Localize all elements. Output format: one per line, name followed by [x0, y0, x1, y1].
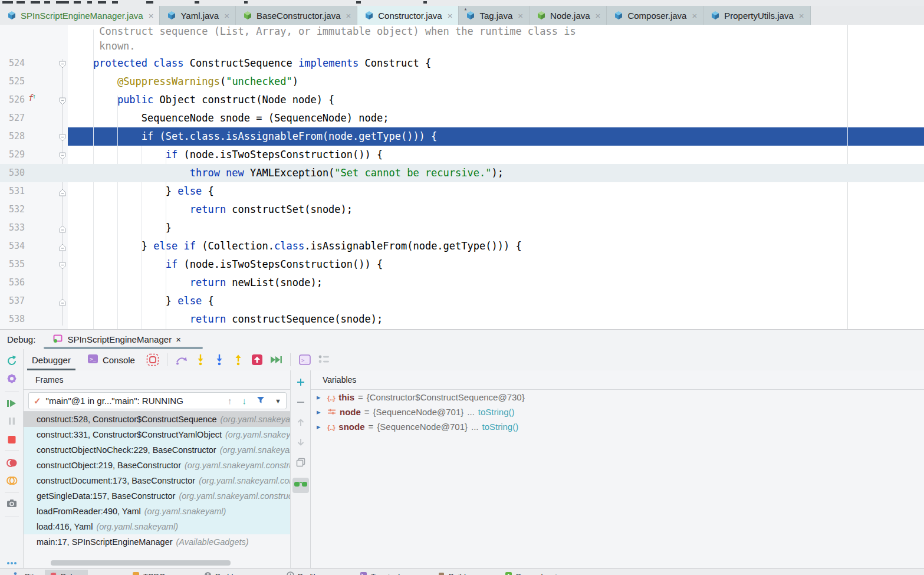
editor-tab-baseconstructor-java[interactable]: BaseConstructor.java×: [236, 6, 357, 25]
thread-selector[interactable]: ✓ "main"@1 in gr..."main": RUNNING ↑ ↓ ▼: [28, 392, 287, 409]
expand-chevron-icon[interactable]: ▸: [317, 393, 324, 402]
stack-frame[interactable]: getSingleData:157, BaseConstructor(org.y…: [24, 488, 290, 504]
dropdown-chevron-icon[interactable]: ▼: [275, 397, 281, 405]
stack-frame[interactable]: load:416, Yaml(org.yaml.snakeyaml): [24, 519, 290, 534]
close-icon[interactable]: ×: [176, 334, 181, 344]
close-icon[interactable]: ×: [346, 11, 351, 21]
layout-settings-icon[interactable]: [316, 352, 331, 367]
show-watches-icon[interactable]: [292, 478, 309, 493]
debug-tab-debugger[interactable]: Debugger: [24, 349, 79, 370]
stack-frame[interactable]: construct:528, Constructor$ConstructSequ…: [24, 412, 290, 427]
move-down-icon[interactable]: [296, 438, 305, 449]
step-over-icon[interactable]: [174, 352, 189, 367]
code-line-532[interactable]: 532 return constructSet(snode);: [0, 201, 924, 219]
step-out-icon[interactable]: [231, 352, 246, 367]
stack-frame[interactable]: loadFromReader:490, Yaml(org.yaml.snakey…: [24, 504, 290, 519]
variable-row-this[interactable]: ▸{..}this={Constructor$ConstructSequence…: [311, 390, 924, 405]
editor-tab-node-java[interactable]: Node.java×: [530, 6, 607, 25]
code-line-533[interactable]: 533 }: [0, 219, 924, 237]
code-line-527[interactable]: 527 SequenceNode snode = (SequenceNode) …: [0, 109, 924, 127]
tool-window-button-git[interactable]: Git: [8, 570, 39, 575]
fold-down-icon[interactable]: [59, 96, 66, 104]
expand-chevron-icon[interactable]: ▸: [317, 408, 324, 416]
overrides-method-icon[interactable]: f↑: [28, 93, 37, 103]
frames-horizontal-scrollbar[interactable]: [51, 560, 231, 566]
stack-frame[interactable]: constructObject:219, BaseConstructor(org…: [24, 458, 290, 473]
code-line-536[interactable]: 536 return newList(snode);: [0, 274, 924, 292]
close-icon[interactable]: ×: [692, 11, 697, 21]
editor-tab-spinscriptenginemanager-java[interactable]: SPInScriptEngineManager.java×: [0, 6, 160, 25]
close-icon[interactable]: ×: [799, 11, 804, 21]
fold-up-icon[interactable]: [59, 242, 66, 250]
close-icon[interactable]: ×: [518, 11, 523, 21]
code-line-525[interactable]: 525 @SuppressWarnings("unchecked"): [0, 73, 924, 91]
tool-window-button-profiler[interactable]: Profiler: [282, 570, 327, 575]
thread-dump-icon[interactable]: [6, 499, 17, 510]
tostring-link[interactable]: toString(): [478, 407, 515, 417]
view-breakpoints-icon[interactable]: [6, 458, 18, 471]
variable-row-node[interactable]: ▸node={SequenceNode@701}...toString(): [311, 405, 924, 419]
tool-window-button-debug[interactable]: Debug: [45, 570, 88, 575]
stop-icon[interactable]: [7, 435, 16, 446]
code-line-526[interactable]: 526f↑ public Object construct(Node node)…: [0, 91, 924, 109]
editor-tab-yaml-java[interactable]: Yaml.java×: [160, 6, 236, 25]
stack-frame[interactable]: construct:331, Constructor$ConstructYaml…: [24, 427, 290, 442]
expand-chevron-icon[interactable]: ▸: [317, 422, 324, 431]
stack-frame[interactable]: constructObjectNoCheck:229, BaseConstruc…: [24, 442, 290, 458]
run-to-cursor-icon[interactable]: [268, 352, 284, 367]
fold-down-icon[interactable]: [59, 151, 66, 159]
add-watch-icon[interactable]: [296, 377, 305, 389]
mute-breakpoints-icon[interactable]: [145, 352, 160, 367]
tostring-link[interactable]: toString(): [482, 422, 519, 432]
fold-down-icon[interactable]: [59, 261, 66, 268]
up-arrow-icon[interactable]: ↑: [228, 396, 232, 406]
muted-breakpoints-icon[interactable]: [6, 475, 18, 488]
down-arrow-icon[interactable]: ↓: [242, 396, 247, 406]
copy-icon[interactable]: [296, 458, 305, 469]
evaluate-expression-icon[interactable]: >_: [297, 352, 313, 367]
editor-tab-composer-java[interactable]: Composer.java×: [607, 6, 703, 25]
force-step-into-icon[interactable]: [212, 352, 227, 367]
code-line-531[interactable]: 531 } else {: [0, 182, 924, 201]
code-line-537[interactable]: 537 } else {: [0, 292, 924, 310]
stack-frame[interactable]: constructDocument:173, BaseConstructor(o…: [24, 473, 290, 488]
code-line-534[interactable]: 534 } else if (Collection.class.isAssign…: [0, 237, 924, 255]
code-line-529[interactable]: 529 if (node.isTwoStepsConstruction()) {: [0, 146, 924, 164]
editor-tab-propertyutils-java[interactable]: PropertyUtils.java×: [703, 6, 810, 25]
settings-icon[interactable]: [6, 373, 18, 387]
tool-window-button-todo[interactable]: TODO: [127, 570, 170, 575]
reset-frame-icon[interactable]: [249, 352, 265, 367]
code-line-528[interactable]: 528 if (Set.class.isAssignableFrom(node.…: [0, 127, 924, 146]
fold-up-icon[interactable]: [59, 224, 66, 232]
step-into-icon[interactable]: [193, 352, 208, 367]
fold-down-icon[interactable]: [59, 60, 66, 67]
code-line-524[interactable]: 524 protected class ConstructSequence im…: [0, 54, 924, 73]
close-icon[interactable]: ×: [596, 11, 601, 21]
tool-window-button-problems[interactable]: Problems: [199, 570, 252, 575]
fold-up-icon[interactable]: [59, 297, 66, 305]
code-line-535[interactable]: 535 if (node.isTwoStepsConstruction()) {: [0, 255, 924, 274]
editor-tab-constructor-java[interactable]: Constructor.java×: [357, 6, 459, 25]
pause-icon[interactable]: [8, 416, 16, 428]
filter-icon[interactable]: [257, 396, 265, 406]
remove-watch-icon[interactable]: [296, 397, 305, 409]
editor-tab-tag-java[interactable]: *Tag.java×: [459, 6, 530, 25]
tool-window-button-terminal[interactable]: Terminal: [355, 570, 405, 575]
close-icon[interactable]: ×: [448, 11, 453, 21]
close-icon[interactable]: ×: [149, 11, 154, 21]
tool-window-button-build[interactable]: Build: [433, 570, 471, 575]
code-line-538[interactable]: 538 return constructSequence(snode);: [0, 310, 924, 328]
move-up-icon[interactable]: [296, 418, 305, 429]
fold-down-icon[interactable]: [59, 133, 66, 140]
variable-row-snode[interactable]: ▸{..}snode={SequenceNode@701}...toString…: [311, 419, 924, 434]
code-editor[interactable]: Construct sequence (List, Array, or immu…: [0, 25, 924, 329]
resume-icon[interactable]: [6, 399, 17, 410]
stack-frame[interactable]: main:17, SPInScriptEngineManager(Availab…: [24, 534, 290, 550]
close-icon[interactable]: ×: [224, 11, 229, 21]
rerun-icon[interactable]: [6, 355, 18, 369]
code-line-530[interactable]: 530 throw new YAMLException("Set cannot …: [0, 164, 924, 182]
more-icon[interactable]: [6, 557, 17, 567]
fold-up-icon[interactable]: [59, 188, 66, 195]
tool-window-button-dependencies[interactable]: Dependencies: [500, 570, 570, 575]
debug-tab-console[interactable]: >_Console: [79, 349, 143, 370]
